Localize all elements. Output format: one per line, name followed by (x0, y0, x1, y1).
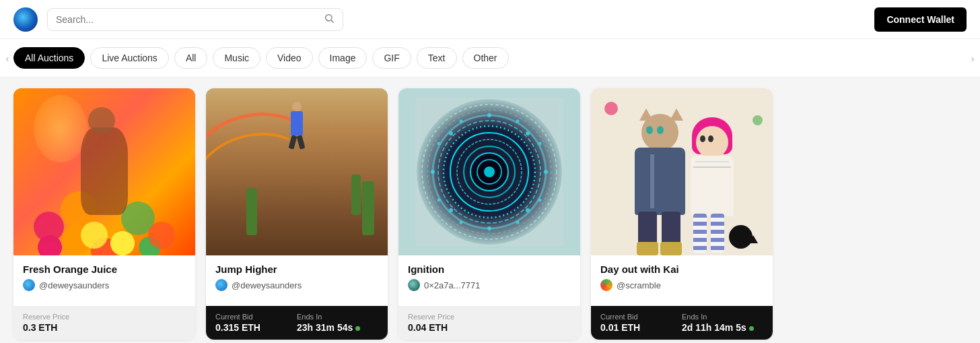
ends-in-block: Ends In 2d 11h 14m 5s (682, 313, 763, 333)
cards-area: Fresh Orange Juice @deweysaunders Reserv… (0, 77, 980, 343)
svg-point-32 (460, 120, 463, 123)
live-indicator (749, 326, 754, 331)
search-input[interactable] (56, 14, 320, 25)
card-footer: Current Bid 0.315 ETH Ends In 23h 31m 54… (206, 306, 388, 340)
current-bid-label: Current Bid (600, 313, 682, 321)
ends-in-label: Ends In (297, 313, 378, 321)
card-body: Ignition 0×2a7a...7771 (398, 255, 580, 306)
header: Connect Wallet (0, 0, 980, 39)
svg-line-1 (331, 20, 334, 23)
card-title: Jump Higher (215, 263, 378, 275)
search-bar (47, 8, 343, 31)
reserve-label: Reserve Price (23, 313, 186, 321)
svg-point-38 (538, 199, 542, 202)
filter-btn-image[interactable]: Image (318, 47, 368, 69)
card-title: Fresh Orange Juice (23, 263, 186, 275)
current-bid-label: Current Bid (215, 313, 297, 321)
filter-btn-live-auctions[interactable]: Live Auctions (90, 47, 169, 69)
card-footer: Reserve Price 0.04 ETH (398, 306, 580, 340)
reserve-value: 0.04 ETH (408, 322, 571, 333)
svg-point-0 (326, 14, 332, 20)
ends-in-label: Ends In (682, 313, 763, 321)
card-artist: 0×2a7a...7771 (408, 279, 571, 291)
svg-point-37 (438, 199, 441, 202)
filter-btn-all-auctions[interactable]: All Auctions (13, 47, 85, 69)
avatar (408, 279, 420, 291)
search-icon (324, 13, 335, 26)
filter-btn-text[interactable]: Text (417, 47, 457, 69)
svg-point-25 (431, 170, 435, 174)
svg-point-27 (449, 131, 453, 135)
svg-point-28 (526, 131, 530, 135)
mandala-image (415, 98, 563, 246)
svg-point-34 (460, 221, 463, 224)
ends-in-block: Ends In 23h 31m 54s (297, 313, 378, 333)
scroll-right-arrow[interactable]: › (965, 51, 980, 66)
svg-point-33 (516, 221, 520, 224)
card-fresh-orange-juice[interactable]: Fresh Orange Juice @deweysaunders Reserv… (13, 88, 195, 340)
card-body: Fresh Orange Juice @deweysaunders (13, 255, 195, 306)
svg-point-35 (438, 142, 441, 146)
avatar (215, 279, 228, 291)
live-indicator (355, 326, 360, 331)
svg-point-31 (516, 120, 520, 123)
card-footer: Reserve Price 0.3 ETH (13, 306, 195, 340)
filter-btn-other[interactable]: Other (462, 47, 509, 69)
logo (13, 7, 38, 32)
card-ignition[interactable]: Ignition 0×2a7a...7771 Reserve Price 0.0… (398, 88, 580, 340)
reserve-price-block: Reserve Price 0.04 ETH (408, 313, 571, 333)
filter-bar: ‹ All Auctions Live Auctions All Music V… (0, 39, 980, 77)
current-bid-block: Current Bid 0.315 ETH (215, 313, 297, 333)
card-jump-higher[interactable]: Jump Higher @deweysaunders Current Bid 0… (206, 88, 388, 340)
scroll-left-arrow[interactable]: ‹ (0, 51, 15, 66)
svg-point-24 (487, 226, 491, 230)
card-body: Jump Higher @deweysaunders (206, 255, 388, 306)
svg-point-36 (538, 142, 542, 146)
avatar (23, 279, 35, 291)
filter-bar-wrapper: ‹ All Auctions Live Auctions All Music V… (0, 39, 980, 77)
reserve-label: Reserve Price (408, 313, 571, 321)
current-bid-value: 0.315 ETH (215, 322, 297, 333)
card-artist: @deweysaunders (215, 279, 378, 291)
current-bid-value: 0.01 ETH (600, 322, 682, 333)
filter-btn-music[interactable]: Music (213, 47, 260, 69)
reserve-value: 0.3 ETH (23, 322, 186, 333)
svg-point-30 (526, 208, 530, 212)
card-footer: Current Bid 0.01 ETH Ends In 2d 11h 14m … (591, 306, 773, 340)
svg-point-14 (484, 166, 495, 177)
card-title: Day out with Kai (600, 263, 763, 275)
avatar (600, 279, 612, 291)
svg-point-23 (487, 113, 491, 117)
card-artist: @deweysaunders (23, 279, 186, 291)
card-day-out-kai[interactable]: Day out with Kai @scramble Current Bid 0… (591, 88, 773, 340)
current-bid-block: Current Bid 0.01 ETH (600, 313, 682, 333)
filter-btn-video[interactable]: Video (266, 47, 313, 69)
card-title: Ignition (408, 263, 571, 275)
card-artist: @scramble (600, 279, 763, 291)
filter-btn-all[interactable]: All (174, 47, 208, 69)
connect-wallet-button[interactable]: Connect Wallet (874, 7, 967, 32)
reserve-price-block: Reserve Price 0.3 ETH (23, 313, 186, 333)
svg-point-26 (544, 170, 548, 174)
svg-point-29 (449, 208, 453, 212)
filter-btn-gif[interactable]: GIF (372, 47, 411, 69)
card-body: Day out with Kai @scramble (591, 255, 773, 306)
ends-in-value: 23h 31m 54s (297, 322, 378, 333)
ends-in-value: 2d 11h 14m 5s (682, 322, 763, 333)
